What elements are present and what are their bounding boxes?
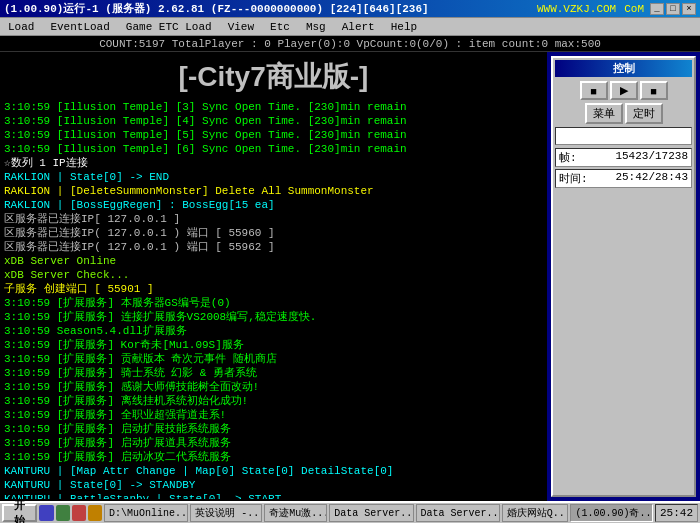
status-text: COUNT:5197 TotalPlayer : 0 Player(0):0 V…: [99, 38, 601, 50]
control-btn-row2: 菜单 定时: [555, 103, 692, 124]
close-button[interactable]: ×: [682, 3, 696, 15]
tray-icon-2: [56, 505, 70, 521]
log-line: 区服务器已连接IP( 127.0.0.1 ) 端口 [ 55960 ]: [4, 226, 543, 240]
start-label: 开始: [10, 498, 29, 523]
log-line: ☆数列 1 IP连接: [4, 156, 543, 170]
main-area: [-City7商业版-] 3:10:59 [Illusion Temple] […: [0, 52, 700, 501]
ctrl-stop-button[interactable]: ■: [580, 81, 608, 100]
menu-help[interactable]: Help: [387, 21, 421, 33]
menu-alert[interactable]: Alert: [338, 21, 379, 33]
taskbar: 开始 D:\MuOnline... 英设说明 -... 奇迹Mu激... Dat…: [0, 501, 700, 523]
taskbar-btn-1[interactable]: 英设说明 -...: [190, 504, 262, 522]
log-line: 3:10:59 [Illusion Temple] [6] Sync Open …: [4, 142, 543, 156]
log-line: 3:10:59 [扩展服务] 骑士系统 幻影 & 勇者系统: [4, 366, 543, 380]
log-line: RAKLION | [DeleteSummonMonster] Delete A…: [4, 184, 543, 198]
title-bar-text: (1.00.90)运行-1 (服务器) 2.62.81 (FZ---000000…: [4, 1, 429, 16]
status-bar: COUNT:5197 TotalPlayer : 0 Player(0):0 V…: [0, 36, 700, 52]
log-line: RAKLION | State[0] -> END: [4, 170, 543, 184]
menu-msg[interactable]: Msg: [302, 21, 330, 33]
maximize-button[interactable]: □: [666, 3, 680, 15]
ctrl-input[interactable]: [555, 127, 692, 145]
control-panel-title: 控制: [555, 60, 692, 77]
log-line: RAKLION | [BossEggRegen] : BossEgg[15 ea…: [4, 198, 543, 212]
taskbar-btn-2[interactable]: 奇迹Mu激...: [264, 504, 327, 522]
log-line: 区服务器已连接IP( 127.0.0.1 ) 端口 [ 55962 ]: [4, 240, 543, 254]
log-line: KANTURU | [Map Attr Change | Map[0] Stat…: [4, 464, 543, 478]
log-line: 3:10:59 [扩展服务] Kor奇未[Mu1.09S]服务: [4, 338, 543, 352]
log-line: 3:10:59 [Illusion Temple] [4] Sync Open …: [4, 114, 543, 128]
website-text: WWW.VZKJ.COM: [537, 3, 616, 15]
ctrl-pause-button[interactable]: ■: [640, 81, 668, 100]
menu-load[interactable]: Load: [4, 21, 38, 33]
log-line: 子服务 创建端口 [ 55901 ]: [4, 282, 543, 296]
title-bar-right: CoM: [624, 3, 644, 15]
time-value: 25:42/28:43: [615, 171, 688, 186]
taskbar-btn-6[interactable]: (1.00.90)奇...: [570, 504, 653, 522]
ctrl-menu-button[interactable]: 菜单: [585, 103, 623, 124]
frame-value: 15423/17238: [615, 150, 688, 165]
log-line: 区服务器已连接IP[ 127.0.0.1 ]: [4, 212, 543, 226]
log-line: KANTURU | State[0] -> STANDBY: [4, 478, 543, 492]
log-line: 3:10:59 [扩展服务] 全职业超强背道走系!: [4, 408, 543, 422]
start-button[interactable]: 开始: [2, 504, 37, 522]
big-title: [-City7商业版-]: [4, 58, 543, 96]
log-line: 3:10:59 [扩展服务] 连接扩展服务VS2008编写,稳定速度快.: [4, 310, 543, 324]
menu-gameetcload[interactable]: Game ETC Load: [122, 21, 216, 33]
log-line: 3:10:59 [扩展服务] 本服务器GS编号是(0): [4, 296, 543, 310]
taskbar-btn-5[interactable]: 婚庆网站Q...: [502, 504, 569, 522]
ctrl-timer-button[interactable]: 定时: [625, 103, 663, 124]
log-line: 3:10:59 [扩展服务] 启动扩展技能系统服务: [4, 422, 543, 436]
tray-icon-3: [72, 505, 86, 521]
log-area: [-City7商业版-] 3:10:59 [Illusion Temple] […: [0, 52, 547, 501]
log-line: 3:10:59 [扩展服务] 离线挂机系统初始化成功!: [4, 394, 543, 408]
log-line: 3:10:59 [扩展服务] 启动冰攻二代系统服务: [4, 450, 543, 464]
log-line: 3:10:59 [扩展服务] 感谢大师傅技能树全面改动!: [4, 380, 543, 394]
menu-etc[interactable]: Etc: [266, 21, 294, 33]
ctrl-status-frame: 帧: 15423/17238: [555, 148, 692, 167]
log-line: xDB Server Check...: [4, 268, 543, 282]
log-line: 3:10:59 [Illusion Temple] [3] Sync Open …: [4, 100, 543, 114]
menu-view[interactable]: View: [224, 21, 258, 33]
control-panel: 控制 ■ ▶ ■ 菜单 定时 帧: 15423/17238 时间: 25:42/…: [551, 56, 696, 497]
log-lines: 3:10:59 [Illusion Temple] [3] Sync Open …: [4, 100, 543, 499]
menu-bar: Load EventLoad Game ETC Load View Etc Ms…: [0, 18, 700, 36]
taskbar-btn-3[interactable]: Data Server...: [329, 504, 413, 522]
log-line: KANTURU | BattleStanby | State[0] -> STA…: [4, 492, 543, 499]
log-line: xDB Server Online: [4, 254, 543, 268]
log-line: 3:10:59 Season5.4.dll扩展服务: [4, 324, 543, 338]
minimize-button[interactable]: _: [650, 3, 664, 15]
frame-label: 帧:: [559, 150, 577, 165]
log-line: 3:10:59 [扩展服务] 贡献版本 奇次元事件 随机商店: [4, 352, 543, 366]
tray-icon-1: [39, 505, 53, 521]
title-bar: (1.00.90)运行-1 (服务器) 2.62.81 (FZ---000000…: [0, 0, 700, 18]
tray-icon-4: [88, 505, 102, 521]
time-label: 时间:: [559, 171, 588, 186]
ctrl-status-time: 时间: 25:42/28:43: [555, 169, 692, 188]
log-line: 3:10:59 [Illusion Temple] [5] Sync Open …: [4, 128, 543, 142]
log-line: 3:10:59 [扩展服务] 启动扩展道具系统服务: [4, 436, 543, 450]
taskbar-btn-0[interactable]: D:\MuOnline...: [104, 504, 188, 522]
menu-eventload[interactable]: EventLoad: [46, 21, 113, 33]
taskbar-clock: 25:42: [655, 504, 698, 522]
control-btn-row1: ■ ▶ ■: [555, 81, 692, 100]
ctrl-play-button[interactable]: ▶: [610, 81, 638, 100]
taskbar-btn-4[interactable]: Data Server...: [416, 504, 500, 522]
